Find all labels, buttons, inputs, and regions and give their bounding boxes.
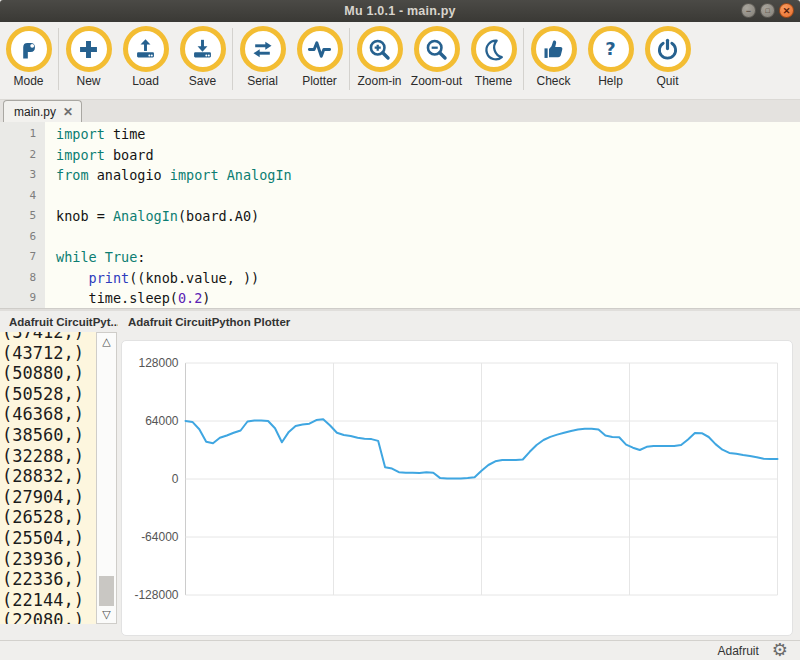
tab-label: main.py xyxy=(14,105,56,119)
code-line: time.sleep(0.2) xyxy=(56,288,800,308)
toolbar-separator xyxy=(58,28,59,90)
svg-text:-64000: -64000 xyxy=(141,530,179,544)
help-button[interactable]: ?Help xyxy=(582,26,639,88)
plotter-button[interactable]: Plotter xyxy=(291,26,348,88)
new-icon xyxy=(66,26,112,72)
serial-value: (28832,) xyxy=(2,466,96,487)
load-icon xyxy=(123,26,169,72)
zoom-out-button[interactable]: Zoom-out xyxy=(408,26,465,88)
svg-text:?: ? xyxy=(605,38,615,59)
theme-icon xyxy=(471,26,517,72)
toolbar-group: Mode xyxy=(0,26,57,88)
serial-value: (22080,) xyxy=(2,610,96,624)
serial-value: (37412,) xyxy=(2,332,96,343)
line-number: 7 xyxy=(0,247,36,268)
minimize-icon[interactable]: − xyxy=(741,3,756,18)
plotter-icon xyxy=(297,26,343,72)
serial-value: (22144,) xyxy=(2,590,96,611)
status-bar: Adafruit ⚙ xyxy=(0,640,800,660)
mode-button[interactable]: Mode xyxy=(0,26,57,88)
toolbar-button-label: Plotter xyxy=(302,74,337,88)
serial-icon xyxy=(240,26,286,72)
theme-button[interactable]: Theme xyxy=(465,26,522,88)
toolbar-button-label: Serial xyxy=(247,74,278,88)
toolbar-button-label: Quit xyxy=(656,74,678,88)
quit-button[interactable]: Quit xyxy=(639,26,696,88)
window-title: Mu 1.0.1 - main.py xyxy=(0,4,800,18)
plotter-chart: 128000640000-64000-128000 xyxy=(121,340,793,636)
check-icon xyxy=(531,26,577,72)
scroll-up-icon[interactable]: △ xyxy=(97,335,116,348)
serial-value: (32288,) xyxy=(2,446,96,467)
save-button[interactable]: Save xyxy=(174,26,231,88)
toolbar-button-label: Check xyxy=(536,74,570,88)
serial-value: (50528,) xyxy=(2,384,96,405)
plotter-pane: 128000640000-64000-128000 xyxy=(117,332,800,640)
serial-value: (25504,) xyxy=(2,528,96,549)
load-button[interactable]: Load xyxy=(117,26,174,88)
line-number: 4 xyxy=(0,186,36,207)
line-number: 8 xyxy=(0,268,36,289)
scroll-down-icon[interactable]: ▽ xyxy=(97,608,116,621)
toolbar-button-label: Mode xyxy=(13,74,43,88)
svg-text:0: 0 xyxy=(172,472,179,486)
toolbar-button-label: Zoom-in xyxy=(357,74,401,88)
titlebar: Mu 1.0.1 - main.py − □ ✕ xyxy=(0,0,800,22)
gear-icon[interactable]: ⚙ xyxy=(772,641,788,659)
toolbar-button-label: Save xyxy=(189,74,216,88)
toolbar-group: Check?HelpQuit xyxy=(525,26,696,88)
plotter-pane-title: Adafruit CircuitPython Plotter xyxy=(118,316,290,328)
code-line: import board xyxy=(56,145,800,166)
svg-text:64000: 64000 xyxy=(145,414,179,428)
serial-button[interactable]: Serial xyxy=(234,26,291,88)
line-number: 2 xyxy=(0,145,36,166)
toolbar-group: Zoom-inZoom-outTheme xyxy=(351,26,522,88)
code-line xyxy=(56,186,800,207)
svg-text:-128000: -128000 xyxy=(134,588,178,602)
toolbar-group: NewLoadSave xyxy=(60,26,231,88)
code-line: print((knob.value, )) xyxy=(56,268,800,289)
serial-output[interactable]: (37412,)(43712,)(50880,)(50528,)(46368,)… xyxy=(0,332,96,624)
bottom-panes: (37412,)(43712,)(50880,)(50528,)(46368,)… xyxy=(0,332,800,640)
serial-value: (22336,) xyxy=(2,569,96,590)
toolbar-button-label: Zoom-out xyxy=(411,74,462,88)
mu-editor-window: Mu 1.0.1 - main.py − □ ✕ ModeNewLoadSave… xyxy=(0,0,800,660)
serial-value: (50880,) xyxy=(2,363,96,384)
line-number: 9 xyxy=(0,288,36,308)
help-icon: ? xyxy=(588,26,634,72)
new-button[interactable]: New xyxy=(60,26,117,88)
serial-value: (23936,) xyxy=(2,549,96,570)
scrollbar-thumb[interactable] xyxy=(99,576,114,606)
code-line: knob = AnalogIn(board.A0) xyxy=(56,206,800,227)
zoom-in-button[interactable]: Zoom-in xyxy=(351,26,408,88)
toolbar-separator xyxy=(523,28,524,90)
svg-text:128000: 128000 xyxy=(138,356,178,370)
tab-close-icon[interactable]: ✕ xyxy=(63,106,73,118)
quit-icon xyxy=(645,26,691,72)
serial-scrollbar[interactable]: △ ▽ xyxy=(96,332,117,624)
check-button[interactable]: Check xyxy=(525,26,582,88)
toolbar-button-label: Help xyxy=(598,74,623,88)
line-number: 3 xyxy=(0,165,36,186)
code-area: import timeimport boardfrom analogio imp… xyxy=(45,122,800,308)
line-number: 1 xyxy=(0,124,36,145)
code-editor[interactable]: 123456789 import timeimport boardfrom an… xyxy=(0,122,800,308)
toolbar-separator xyxy=(232,28,233,90)
code-line: while True: xyxy=(56,247,800,268)
toolbar-button-label: Load xyxy=(132,74,159,88)
close-icon[interactable]: ✕ xyxy=(779,3,794,18)
maximize-icon[interactable]: □ xyxy=(760,3,775,18)
code-line: import time xyxy=(56,124,800,145)
mode-status-label: Adafruit xyxy=(718,644,759,658)
tab-main-py[interactable]: main.py ✕ xyxy=(3,100,82,122)
toolbar: ModeNewLoadSaveSerialPlotterZoom-inZoom-… xyxy=(0,22,800,99)
serial-value: (26528,) xyxy=(2,507,96,528)
code-line: from analogio import AnalogIn xyxy=(56,165,800,186)
serial-value: (43712,) xyxy=(2,343,96,364)
serial-value: (46368,) xyxy=(2,404,96,425)
serial-value: (38560,) xyxy=(2,425,96,446)
tab-bar: main.py ✕ xyxy=(0,99,800,122)
pane-headers: Adafruit CircuitPyt... Adafruit CircuitP… xyxy=(0,311,800,332)
code-line xyxy=(56,227,800,248)
line-number: 6 xyxy=(0,227,36,248)
